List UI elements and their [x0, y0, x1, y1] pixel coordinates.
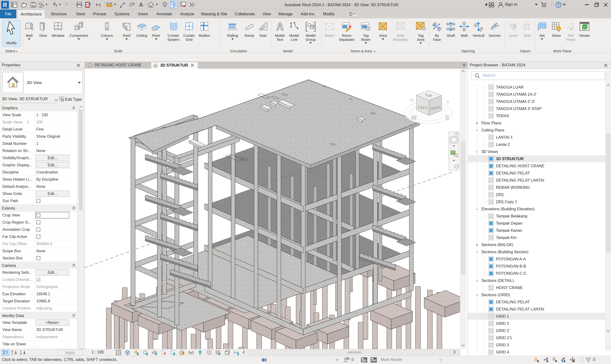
- svg-text:1: 1: [423, 27, 425, 30]
- svg-text:?: ?: [557, 3, 560, 7]
- svg-text:1: 1: [510, 22, 511, 25]
- svg-text:1: 1: [367, 28, 369, 30]
- svg-text:N: N: [409, 97, 415, 103]
- svg-text:E: E: [445, 99, 451, 105]
- svg-text:1: 1: [133, 3, 134, 5]
- svg-text:A: A: [20, 352, 22, 355]
- svg-text:Z: Z: [12, 352, 13, 355]
- svg-text:A: A: [139, 2, 143, 8]
- svg-text:R: R: [3, 2, 7, 8]
